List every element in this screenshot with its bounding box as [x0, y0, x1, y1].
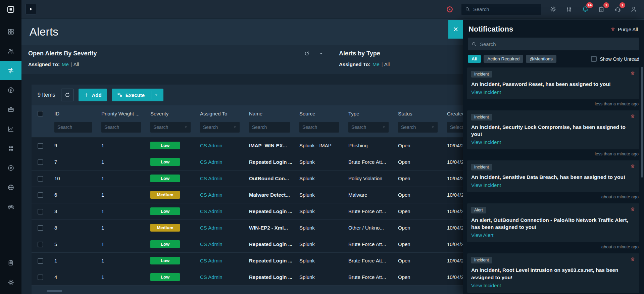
- filter-input-assigned-to[interactable]: [203, 125, 232, 130]
- filter-type[interactable]: [348, 122, 389, 133]
- row-checkbox[interactable]: [38, 225, 43, 231]
- chevron-down-icon[interactable]: [233, 126, 237, 129]
- notification-card[interactable]: IncidentAn incident, Root Level Intrusio…: [467, 253, 639, 292]
- filter-chip-all[interactable]: All: [468, 55, 481, 63]
- column-header-id[interactable]: ID: [50, 105, 97, 121]
- assigned-to-link[interactable]: CS Admin: [200, 176, 222, 181]
- app-logo[interactable]: [0, 0, 21, 18]
- notification-view-link[interactable]: View Incident: [471, 283, 501, 288]
- sidebar-item-analytics[interactable]: [0, 119, 21, 139]
- assigned-to-link[interactable]: CS Admin: [200, 258, 222, 263]
- column-header-status[interactable]: Status: [393, 105, 442, 121]
- sidebar-item-alerts[interactable]: [0, 61, 21, 80]
- notification-view-link[interactable]: View Incident: [471, 182, 501, 188]
- notification-card[interactable]: IncidentAn incident, Password Reset, has…: [467, 67, 639, 99]
- notification-card[interactable]: IncidentAn incident, Sensitive Data Brea…: [467, 160, 639, 192]
- assigned-to-link[interactable]: CS Admin: [200, 208, 222, 214]
- table-refresh-button[interactable]: [61, 89, 74, 101]
- row-checkbox[interactable]: [38, 143, 43, 149]
- notifications-bell-icon[interactable]: 14: [581, 5, 590, 14]
- notifications-search[interactable]: [468, 38, 639, 50]
- assigned-to-link[interactable]: CS Admin: [200, 143, 222, 148]
- notification-view-link[interactable]: View Alert: [471, 232, 493, 238]
- assigned-me-link[interactable]: Me: [62, 61, 69, 67]
- filter-input-priority-weight[interactable]: [104, 125, 138, 130]
- chevron-down-icon[interactable]: [382, 126, 386, 129]
- filter-input-id[interactable]: [57, 125, 89, 130]
- sidebar-item-community[interactable]: [0, 197, 21, 216]
- column-header-source[interactable]: Source: [295, 105, 344, 121]
- select-all-checkbox[interactable]: [38, 111, 43, 116]
- assigned-to-link[interactable]: CS Admin: [200, 241, 222, 247]
- table-horizontal-scrollbar[interactable]: [47, 290, 62, 292]
- execute-button[interactable]: Execute: [112, 89, 164, 101]
- add-button[interactable]: Add: [79, 89, 107, 101]
- sidebar-item-cases[interactable]: [0, 100, 21, 119]
- global-search[interactable]: [461, 4, 541, 15]
- delete-notification-button[interactable]: [630, 164, 635, 169]
- tasks-icon[interactable]: 1: [597, 5, 606, 14]
- notification-card[interactable]: AlertAn alert, OutBound Connection - Pal…: [467, 203, 639, 242]
- row-checkbox[interactable]: [38, 159, 43, 165]
- delete-notification-button[interactable]: [630, 114, 635, 119]
- column-header-assigned-to[interactable]: Assigned To: [195, 105, 244, 121]
- notification-view-link[interactable]: View Incident: [471, 89, 501, 95]
- user-profile-icon[interactable]: [629, 5, 638, 14]
- notifications-scrollbar[interactable]: [641, 67, 643, 178]
- filter-id[interactable]: [54, 122, 92, 133]
- filter-severity[interactable]: [150, 122, 191, 133]
- delete-notification-button[interactable]: [630, 257, 635, 262]
- column-header-priority-weight[interactable]: Priority Weight ...: [97, 105, 146, 121]
- row-checkbox[interactable]: [38, 209, 43, 214]
- filter-input-status[interactable]: [401, 125, 430, 130]
- filter-chip-@mentions[interactable]: @Mentions: [526, 55, 556, 63]
- chevron-down-icon[interactable]: [184, 126, 188, 129]
- filter-input-severity[interactable]: [153, 125, 183, 130]
- notification-card[interactable]: IncidentAn incident, Security Lock Compr…: [467, 110, 639, 149]
- settings-gear-icon[interactable]: [549, 5, 557, 14]
- assigned-to-link[interactable]: CS Admin: [200, 159, 222, 165]
- assigned-to-link[interactable]: CS Admin: [200, 192, 222, 198]
- column-header-severity[interactable]: Severity: [146, 105, 195, 121]
- close-notifications-button[interactable]: [448, 20, 463, 39]
- notifications-search-input[interactable]: [480, 41, 636, 47]
- filter-input-name[interactable]: [252, 125, 287, 130]
- filter-input-source[interactable]: [302, 125, 336, 130]
- filter-status[interactable]: [398, 122, 438, 133]
- purge-all-button[interactable]: Purge All: [610, 27, 638, 32]
- sidebar-item-web[interactable]: [0, 178, 21, 197]
- row-checkbox[interactable]: [38, 192, 43, 198]
- column-header-type[interactable]: Type: [344, 105, 393, 121]
- play-button[interactable]: [26, 4, 36, 14]
- row-checkbox[interactable]: [38, 258, 43, 264]
- assigned-to-link[interactable]: CS Admin: [200, 225, 222, 231]
- row-checkbox[interactable]: [38, 176, 43, 182]
- org-controls-icon[interactable]: [565, 5, 574, 14]
- show-only-unread-toggle[interactable]: Show Only Unread: [591, 56, 639, 62]
- assigned-me-link[interactable]: Me: [373, 61, 380, 67]
- assigned-all-link[interactable]: All: [384, 61, 390, 67]
- sidebar-item-settings[interactable]: [0, 273, 21, 292]
- row-checkbox[interactable]: [38, 275, 43, 280]
- assigned-to-link[interactable]: CS Admin: [200, 274, 222, 280]
- filter-assigned-to[interactable]: [200, 122, 240, 133]
- show-only-unread-checkbox[interactable]: [591, 56, 597, 62]
- assigned-all-link[interactable]: All: [73, 61, 79, 67]
- sidebar-item-dashboard[interactable]: [0, 22, 21, 41]
- filter-source[interactable]: [299, 122, 339, 133]
- sidebar-item-quick-actions[interactable]: [0, 80, 21, 100]
- filter-chip-action-required[interactable]: Action Required: [484, 55, 523, 63]
- sidebar-item-apps[interactable]: [0, 139, 21, 158]
- chevron-down-icon[interactable]: [154, 93, 158, 97]
- filter-name[interactable]: [249, 122, 290, 133]
- column-header-name[interactable]: Name: [244, 105, 295, 121]
- sidebar-item-reports[interactable]: [0, 253, 21, 273]
- sidebar-item-users[interactable]: [0, 41, 21, 61]
- delete-notification-button[interactable]: [630, 71, 635, 76]
- global-search-input[interactable]: [473, 6, 540, 12]
- assistant-icon[interactable]: 1: [613, 5, 622, 14]
- delete-notification-button[interactable]: [630, 207, 635, 212]
- record-status-icon[interactable]: [445, 5, 454, 14]
- row-checkbox[interactable]: [38, 242, 43, 247]
- chevron-down-icon[interactable]: [319, 52, 323, 56]
